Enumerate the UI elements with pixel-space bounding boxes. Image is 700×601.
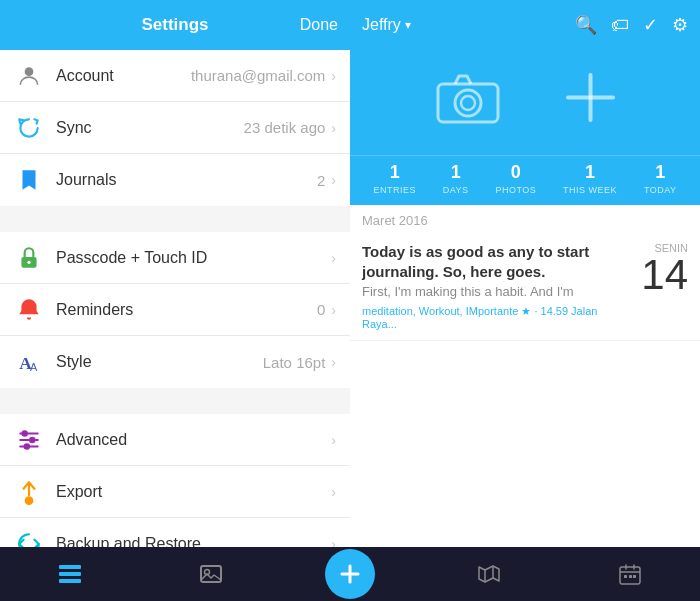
tag-icon[interactable]: 🏷 [611,15,629,36]
reminders-value: 0 [317,301,325,318]
search-icon[interactable]: 🔍 [575,14,597,36]
bottom-navigation [0,547,700,601]
entry-title: Today is as good as any to start journal… [362,242,631,281]
settings-row-export[interactable]: Export › [0,466,350,518]
done-button[interactable]: Done [300,16,338,34]
gear-icon[interactable]: ⚙ [672,14,688,36]
spacer-1 [0,214,350,232]
reminders-chevron: › [331,302,336,318]
camera-icon[interactable] [433,70,503,135]
reminders-label: Reminders [56,301,317,319]
settings-row-journals[interactable]: Journals 2 › [0,154,350,206]
svg-point-13 [455,90,481,116]
style-chevron: › [331,354,336,370]
svg-rect-19 [59,579,81,583]
advanced-chevron: › [331,432,336,448]
photos-number: 0 [511,162,521,183]
user-menu[interactable]: Jeffry ▾ [362,16,411,34]
sync-chevron: › [331,120,336,136]
settings-row-sync[interactable]: Sync 23 detik ago › [0,102,350,154]
passcode-chevron: › [331,250,336,266]
month-header: Maret 2016 [350,205,700,232]
backup-icon [14,529,44,547]
account-value: thurana@gmail.com [191,67,325,84]
settings-row-advanced[interactable]: Advanced › [0,414,350,466]
main-content: Account thurana@gmail.com › Sync 23 deti… [0,50,700,547]
svg-point-9 [30,437,34,441]
svg-point-10 [25,444,29,448]
settings-row-account[interactable]: Account thurana@gmail.com › [0,50,350,102]
nav-list[interactable] [43,547,97,601]
backup-chevron: › [331,536,336,547]
entry-date-block: SENIN 14 [641,242,688,296]
svg-rect-30 [624,575,627,578]
svg-rect-31 [629,575,632,578]
export-icon [14,477,44,507]
entry-day-number: 14 [641,254,688,296]
sliders-icon [14,425,44,455]
header-icons: 🔍 🏷 ✓ ⚙ [575,14,688,36]
bell-icon [14,295,44,325]
backup-label: Backup and Restore [56,535,331,547]
entry-excerpt: First, I'm making this a habit. And I'm [362,284,631,301]
settings-group-3: Advanced › Export › [0,414,350,547]
week-label: THIS WEEK [563,185,617,195]
svg-point-14 [461,96,475,110]
svg-rect-18 [59,572,81,576]
right-panel: 1 ENTRIES 1 DAYS 0 PHOTOS 1 THIS WEEK 1 … [350,50,700,547]
entries-number: 1 [390,162,400,183]
settings-row-backup[interactable]: Backup and Restore › [0,518,350,547]
settings-title: Settings [141,15,208,35]
today-number: 1 [655,162,665,183]
svg-point-11 [25,496,34,505]
sync-label: Sync [56,119,244,137]
days-number: 1 [451,162,461,183]
settings-row-reminders[interactable]: Reminders 0 › [0,284,350,336]
stats-bar: 1 ENTRIES 1 DAYS 0 PHOTOS 1 THIS WEEK 1 … [350,155,700,205]
stat-today: 1 TODAY [644,162,677,195]
lock-icon [14,243,44,273]
add-media-icon[interactable] [563,70,618,135]
chevron-down-icon: ▾ [405,18,411,32]
svg-point-8 [23,431,27,435]
style-value: Lato 16pt [263,354,326,371]
settings-row-style[interactable]: A A Style Lato 16pt › [0,336,350,388]
entries-label: ENTRIES [373,185,416,195]
svg-rect-20 [201,566,221,582]
media-area [350,50,700,155]
nav-map[interactable] [462,547,516,601]
top-header: Settings Done Jeffry ▾ 🔍 🏷 ✓ ⚙ [0,0,700,50]
stat-days: 1 DAYS [443,162,469,195]
account-chevron: › [331,68,336,84]
journal-entry[interactable]: Today is as good as any to start journal… [350,232,700,341]
stat-photos: 0 PHOTOS [495,162,536,195]
stat-entries: 1 ENTRIES [373,162,416,195]
settings-panel: Account thurana@gmail.com › Sync 23 deti… [0,50,350,547]
nav-calendar[interactable] [603,547,657,601]
style-label: Style [56,353,263,371]
checkmark-icon[interactable]: ✓ [643,14,658,36]
main-header-right: Jeffry ▾ 🔍 🏷 ✓ ⚙ [350,14,700,36]
bookmark-icon [14,165,44,195]
export-label: Export [56,483,331,501]
settings-group-2: Passcode + Touch ID › Reminders 0 › A A [0,232,350,388]
settings-group-1: Account thurana@gmail.com › Sync 23 deti… [0,50,350,206]
journals-value: 2 [317,172,325,189]
export-chevron: › [331,484,336,500]
nav-add-button[interactable] [325,549,375,599]
stat-this-week: 1 THIS WEEK [563,162,617,195]
account-label: Account [56,67,191,85]
svg-rect-17 [59,565,81,569]
style-icon: A A [14,347,44,377]
entries-area: Maret 2016 Today is as good as any to st… [350,205,700,547]
entry-tags: meditation, Workout, IMportante ★ · 14.5… [362,305,631,330]
advanced-label: Advanced [56,431,331,449]
passcode-label: Passcode + Touch ID [56,249,331,267]
settings-row-passcode[interactable]: Passcode + Touch ID › [0,232,350,284]
days-label: DAYS [443,185,469,195]
nav-photos[interactable] [184,547,238,601]
spacer-2 [0,396,350,414]
user-name: Jeffry [362,16,401,34]
svg-point-2 [27,260,30,263]
today-label: TODAY [644,185,677,195]
